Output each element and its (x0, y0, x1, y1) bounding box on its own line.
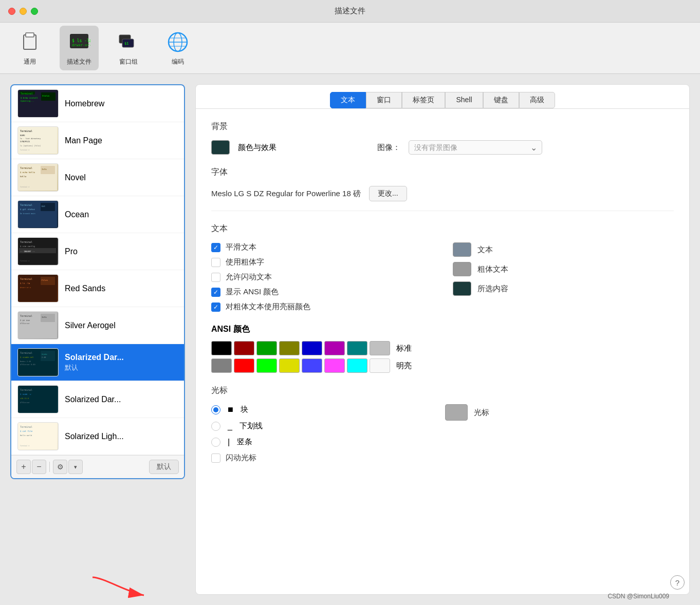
maximize-button[interactable] (31, 8, 38, 15)
svg-text:drwxr-xr-x: drwxr-xr-x (20, 287, 31, 289)
cursor-underline-radio[interactable] (211, 422, 220, 431)
tab-keyboard[interactable]: 键盘 (483, 92, 519, 108)
profile-thumb-manpage: Terminal NAME ls - list directory SYNOPS… (17, 126, 59, 155)
tab-shell[interactable]: Shell (445, 92, 483, 108)
add-profile-button[interactable]: + (16, 460, 31, 474)
profile-thumb-silveraerogel: Terminal $ ps aux ATSServer Info (17, 311, 59, 339)
cursor-color-swatch[interactable] (445, 404, 468, 421)
smooth-text-checkbox[interactable] (211, 243, 220, 252)
background-color-swatch[interactable] (211, 140, 230, 155)
toolbar-item-encoding[interactable]: 编码 (158, 26, 197, 70)
toolbar-item-general[interactable]: 通用 (10, 26, 49, 70)
background-section: 背景 颜色与效果 图像： 没有背景图像 ⌄ (211, 121, 674, 155)
bright-color-checkbox[interactable] (211, 302, 220, 312)
text-color-swatch[interactable] (453, 242, 471, 257)
ansi-standard-row: 标准 (211, 341, 674, 355)
minimize-button[interactable] (20, 8, 27, 15)
profile-name-solarizeddark2: Solarized Dar... (65, 395, 121, 404)
profile-item-silveraerogel[interactable]: Terminal $ ps aux ATSServer Info Silver … (11, 307, 184, 344)
profile-item-redsands[interactable]: Terminal $ ls -la drwxr-xr-x Files Red S… (11, 270, 184, 307)
tab-window[interactable]: 窗口 (366, 92, 402, 108)
change-font-button[interactable]: 更改... (369, 186, 407, 201)
svg-text:ls [options] [file]: ls [options] [file] (20, 145, 41, 147)
image-label: 图像： (377, 143, 400, 153)
ansi-bright-5[interactable] (324, 358, 345, 373)
profile-item-homebrew[interactable]: Terminal $ brew install Updating... Stat… (11, 85, 184, 122)
svg-text:Info: Info (42, 316, 47, 318)
svg-text:Terminal 4: Terminal 4 (20, 186, 29, 188)
svg-text:Status: Status (42, 94, 50, 97)
profile-item-manpage[interactable]: Terminal NAME ls - list directory SYNOPS… (11, 122, 184, 159)
toolbar-item-window-groups[interactable]: $1 窗口组 (109, 26, 148, 70)
tab-tabpage[interactable]: 标签页 (402, 92, 445, 108)
gear-button[interactable]: ⚙ (53, 460, 67, 474)
svg-text:$1: $1 (124, 42, 128, 46)
ansi-std-2[interactable] (256, 341, 277, 355)
encoding-icon (165, 30, 190, 54)
image-select[interactable]: 没有背景图像 (409, 140, 542, 155)
cursor-bar-row: | 竖条 (211, 437, 440, 447)
tab-advanced[interactable]: 高级 (519, 92, 555, 108)
remove-profile-button[interactable]: − (32, 460, 46, 474)
selection-color-swatch[interactable] (453, 281, 471, 296)
profile-item-solarizeddark[interactable]: Terminal $ xcode-sel Nodes 2.49 ATSServe… (11, 344, 184, 381)
profile-item-novel[interactable]: Terminal $ echo hello hello Info Termina… (11, 159, 184, 196)
bright-text-row: 对粗体文本使用亮丽颜色 (211, 302, 432, 312)
svg-rect-1 (26, 33, 34, 37)
ansi-std-0[interactable] (211, 341, 232, 355)
ansi-bright-4[interactable] (302, 358, 322, 373)
close-button[interactable] (8, 8, 15, 15)
help-button[interactable]: ? (670, 575, 685, 590)
cursor-block-radio[interactable] (211, 405, 220, 414)
cursor-underline-label: 下划线 (240, 421, 263, 431)
ansi-bright-6[interactable] (347, 358, 367, 373)
ansi-bright-1[interactable] (234, 358, 254, 373)
profile-thumb-solarizeddark2: Terminal $ node -v v16.13.0 ATSServer (17, 385, 59, 413)
ansi-bright-row: 明亮 (211, 358, 674, 373)
traffic-lights (8, 8, 38, 15)
ansi-bright-3[interactable] (279, 358, 300, 373)
profile-item-solarizeddark2[interactable]: Terminal $ node -v v16.13.0 ATSServer So… (11, 381, 184, 418)
window: 描述文件 通用 $ ls -la drwxr-xr-x 描述文件 (0, 0, 700, 605)
ansi-std-3[interactable] (279, 341, 300, 355)
profile-thumb-ocean: Terminal $ git status On branch main Git (17, 200, 59, 229)
cursor-blink-row: 闪动光标 (211, 453, 440, 463)
smooth-text-label: 平滑文本 (226, 242, 256, 252)
font-row: Meslo LG S DZ Regular for Powerline 18 磅… (211, 186, 674, 201)
ansi-std-7[interactable] (370, 341, 390, 355)
svg-text:-- INSERT --: -- INSERT -- (20, 250, 35, 253)
selection-swatch-row: 所选内容 (453, 281, 674, 296)
svg-text:2.49: 2.49 (42, 356, 46, 358)
bold-swatch-label: 粗体文本 (477, 264, 508, 274)
svg-text:NAME: NAME (20, 134, 25, 137)
window-groups-icon: $1 (116, 30, 141, 54)
ansi-color-label: 显示 ANSI 颜色 (226, 287, 279, 297)
svg-text:Terminal: Terminal (20, 203, 32, 206)
ansi-bright-7[interactable] (370, 358, 390, 373)
image-select-wrapper: 没有背景图像 ⌄ (409, 140, 542, 155)
ansi-std-1[interactable] (234, 341, 254, 355)
bold-text-checkbox[interactable] (211, 258, 220, 267)
color-effects-label: 颜色与效果 (238, 143, 277, 153)
profile-item-ocean[interactable]: Terminal $ git status On branch main Git… (11, 196, 184, 233)
blink-text-checkbox[interactable] (211, 273, 220, 282)
bold-color-swatch[interactable] (453, 262, 471, 276)
profile-item-pro[interactable]: Terminal $ vim config -- INSERT -- Termi… (11, 233, 184, 270)
ansi-std-6[interactable] (347, 341, 367, 355)
profile-name-homebrew: Homebrew (65, 99, 104, 108)
profile-item-solarizedlight[interactable]: Terminal $ cat file Hello world Terminal… (11, 418, 184, 455)
ansi-color-checkbox[interactable] (211, 288, 220, 297)
chevron-down-button[interactable]: ▾ (68, 460, 83, 474)
svg-text:$ vim config: $ vim config (20, 245, 35, 248)
ansi-std-4[interactable] (302, 341, 322, 355)
ansi-bright-0[interactable] (211, 358, 232, 373)
ansi-bright-2[interactable] (256, 358, 277, 373)
default-button[interactable]: 默认 (149, 460, 179, 474)
ansi-std-5[interactable] (324, 341, 345, 355)
svg-text:$ echo hello: $ echo hello (20, 171, 35, 174)
cursor-bar-radio[interactable] (211, 438, 220, 447)
svg-text:$ cat file: $ cat file (20, 430, 33, 432)
tab-text[interactable]: 文本 (330, 92, 366, 108)
cursor-blink-checkbox[interactable] (211, 453, 220, 463)
toolbar-item-profiles[interactable]: $ ls -la drwxr-xr-x 描述文件 (60, 26, 99, 70)
